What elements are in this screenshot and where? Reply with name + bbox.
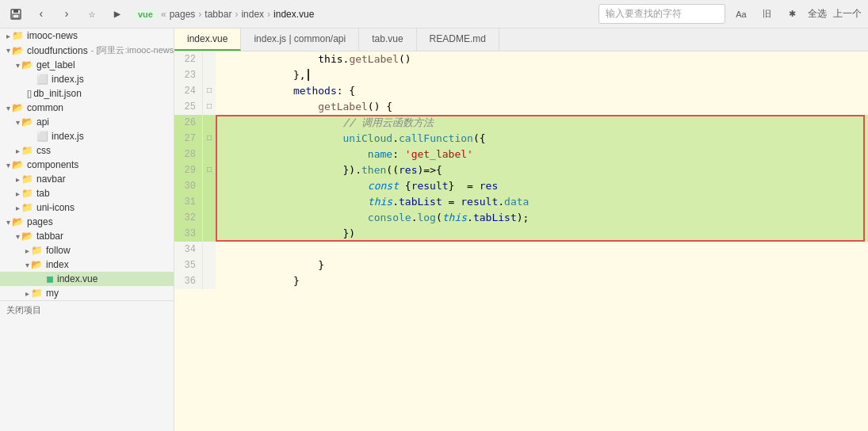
folder-icon: 📂	[21, 59, 33, 71]
folder-icon: 📂	[12, 102, 24, 113]
line-number: 34	[174, 242, 203, 257]
sidebar-item-common[interactable]: ▾ 📂 common	[0, 101, 174, 115]
line-content: }).then((res)=>{	[216, 162, 868, 178]
line-content: const {result} = res	[216, 178, 868, 194]
sidebar-item-index-js-2[interactable]: ⬜ index.js	[0, 129, 174, 143]
font-button[interactable]: 旧	[757, 5, 776, 24]
folder-icon: 📁	[21, 202, 33, 213]
code-line: 26 // 调用云函数方法	[174, 115, 868, 131]
forward-button[interactable]: ›	[57, 5, 76, 24]
line-indicator: □	[203, 162, 216, 178]
line-content: console.log(this.tabList);	[216, 210, 868, 226]
back-button[interactable]: ‹	[32, 5, 51, 24]
arrow-icon: ▾	[6, 218, 10, 227]
sidebar-item-tab[interactable]: ▸ 📁 tab	[0, 186, 174, 200]
line-number: 22	[174, 51, 203, 67]
line-number: 23	[174, 67, 203, 83]
sidebar-item-cloudfunctions[interactable]: ▾ 📂 cloudfunctions - [阿里云:imooc-news]	[0, 43, 174, 58]
sidebar-item-css[interactable]: ▸ 📁 css	[0, 143, 174, 158]
code-line: 31 this.tabList = result.data	[174, 194, 868, 210]
sidebar-item-uni-icons[interactable]: ▸ 📁 uni-icons	[0, 200, 174, 215]
sidebar-item-navbar[interactable]: ▸ 📁 navbar	[0, 172, 174, 186]
sidebar-label: index	[46, 259, 69, 270]
code-line: 28 name: 'get_label'	[174, 147, 868, 162]
line-indicator: □	[203, 83, 216, 99]
sidebar-item-index-vue[interactable]: ◼ index.vue	[0, 272, 174, 286]
code-line: 23 },	[174, 67, 868, 83]
code-line: 32 console.log(this.tabList);	[174, 210, 868, 226]
toolbar-right: 输入要查找的字符 Aa 旧 ✱ 全选 上一个	[598, 4, 862, 24]
bookmark-button[interactable]: ☆	[82, 5, 101, 24]
tab-index-js[interactable]: index.js | common/api	[241, 29, 359, 51]
folder-icon: 📁	[31, 245, 43, 256]
arrow-icon: ▸	[16, 204, 20, 212]
sidebar-item-get_label[interactable]: ▾ 📂 get_label	[0, 58, 174, 72]
sidebar-label: db_init.json	[33, 88, 82, 99]
sidebar-item-components[interactable]: ▾ 📂 components	[0, 158, 174, 172]
folder-icon: 📂	[12, 216, 24, 227]
sidebar-item-root[interactable]: ▸ 📁 imooc-news	[0, 29, 174, 43]
arrow-icon: ▸	[16, 147, 20, 155]
line-indicator	[203, 273, 216, 289]
arrow-icon: ▾	[6, 161, 10, 170]
line-number: 29	[174, 162, 203, 178]
code-line: 30 const {result} = res	[174, 178, 868, 194]
tab-readme[interactable]: README.md	[417, 29, 499, 51]
folder-icon: 📂	[31, 259, 43, 270]
line-content: uniCloud.callFunction({	[216, 131, 868, 147]
line-number: 24	[174, 83, 203, 99]
folder-icon: 📂	[12, 159, 24, 170]
code-line: 25□ getLabel() {	[174, 99, 868, 115]
sidebar-label: api	[36, 116, 49, 128]
sidebar-item-index-folder[interactable]: ▾ 📂 index	[0, 257, 174, 272]
close-project-button[interactable]: 关闭项目	[0, 300, 174, 319]
breadcrumb: vue « pages › tabbar › index › index.vue	[133, 9, 314, 20]
line-indicator	[203, 115, 216, 131]
star2-button[interactable]: ✱	[782, 5, 801, 24]
code-editor[interactable]: 22 this.getLabel()23 },24□ methods: {25□…	[174, 51, 868, 431]
arrow-icon: ▾	[16, 61, 20, 70]
sidebar-item-api[interactable]: ▾ 📂 api	[0, 115, 174, 129]
case-button[interactable]: Aa	[732, 5, 751, 24]
sidebar-item-pages[interactable]: ▾ 📂 pages	[0, 215, 174, 229]
tab-index-vue[interactable]: index.vue	[174, 29, 241, 51]
line-content: }	[216, 257, 868, 273]
sidebar-label: css	[36, 145, 51, 156]
sidebar-label: my	[46, 288, 59, 299]
folder-icon: 📂	[21, 231, 33, 242]
sidebar-item-db-init[interactable]: [] db_init.json	[0, 86, 174, 101]
sidebar-item-follow[interactable]: ▸ 📁 follow	[0, 243, 174, 257]
line-content: name: 'get_label'	[216, 147, 868, 162]
tab-tab-vue[interactable]: tab.vue	[359, 29, 416, 51]
line-number: 32	[174, 210, 203, 226]
sidebar-label: tab	[36, 188, 50, 199]
svg-rect-1	[13, 10, 18, 13]
play-button[interactable]: ▶	[108, 5, 127, 24]
code-line: 22 this.getLabel()	[174, 51, 868, 67]
line-content: methods: {	[216, 83, 868, 99]
sidebar-label: index.js	[52, 131, 84, 142]
sidebar-label: index.vue	[57, 273, 98, 284]
selectall-button[interactable]: 全选	[808, 7, 827, 21]
prev-button[interactable]: 上一个	[833, 7, 862, 21]
save-button[interactable]	[6, 5, 25, 24]
line-indicator	[203, 67, 216, 83]
sidebar-item-my[interactable]: ▸ 📁 my	[0, 286, 174, 300]
code-line: 35 }	[174, 257, 868, 273]
search-input[interactable]: 输入要查找的字符	[598, 4, 725, 24]
code-line: 33 })	[174, 226, 868, 242]
line-content: this.tabList = result.data	[216, 194, 868, 210]
code-line: 34	[174, 242, 868, 257]
line-content: }	[216, 273, 868, 289]
folder-icon: 📁	[31, 288, 43, 299]
file-icon: ⬜	[36, 131, 48, 142]
sidebar-item-tabbar[interactable]: ▾ 📂 tabbar	[0, 229, 174, 243]
svg-rect-2	[13, 14, 19, 18]
code-line: 24□ methods: {	[174, 83, 868, 99]
line-number: 35	[174, 257, 203, 273]
line-content: },	[216, 67, 868, 83]
sidebar-label: follow	[46, 245, 71, 256]
sidebar-item-index-js-1[interactable]: ⬜ index.js	[0, 72, 174, 86]
file-icon: ⬜	[36, 74, 48, 85]
line-number: 30	[174, 178, 203, 194]
